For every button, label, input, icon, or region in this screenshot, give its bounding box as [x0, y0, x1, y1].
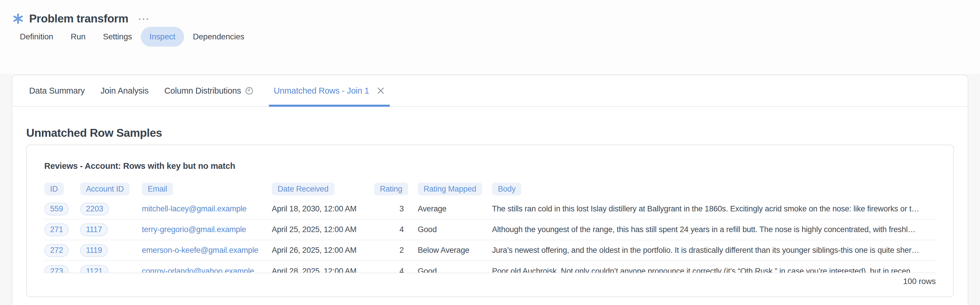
tab-run[interactable]: Run — [62, 27, 94, 47]
rating-mapped-cell: Good — [418, 225, 492, 234]
rating-cell: 4 — [374, 267, 418, 273]
email-link[interactable]: terry-gregorio@gmail.example — [142, 225, 246, 234]
section-title: Unmatched Row Samples — [26, 126, 954, 139]
subtab-label: Join Analysis — [100, 86, 149, 96]
app-header: Problem transform ⋯ Definition Run Setti… — [0, 0, 980, 74]
tab-dependencies[interactable]: Dependencies — [184, 27, 253, 47]
body-cell: The stills ran cold in this lost Islay d… — [492, 204, 936, 214]
inspect-subtabs: Data Summary Join Analysis Column Distri… — [12, 75, 968, 107]
table-row[interactable]: 271 1117 terry-gregorio@gmail.example Ap… — [44, 220, 936, 240]
id-pill[interactable]: 272 — [44, 244, 69, 257]
tab-definition[interactable]: Definition — [11, 27, 62, 47]
subtab-data-summary[interactable]: Data Summary — [29, 75, 85, 106]
column-header-rating-mapped[interactable]: Rating Mapped — [418, 182, 482, 195]
body-cell: Poor old Auchroisk. Not only couldn’t an… — [492, 267, 936, 273]
email-link[interactable]: conroy-orlando@yahoo.example — [142, 267, 254, 273]
rating-cell: 3 — [374, 204, 418, 214]
email-link[interactable]: emerson-o-keefe@gmail.example — [142, 246, 258, 255]
more-options-button[interactable]: ⋯ — [137, 16, 149, 22]
rating-cell: 2 — [374, 246, 418, 255]
page-title: Problem transform — [29, 12, 128, 25]
tab-inspect[interactable]: Inspect — [141, 27, 184, 47]
title-row: Problem transform ⋯ — [0, 0, 980, 26]
body-cell: Jura’s newest offering, and the oldest i… — [492, 246, 936, 255]
date-received-cell: April 18, 2030, 12:00 AM — [272, 204, 374, 214]
subtab-join-analysis[interactable]: Join Analysis — [100, 75, 149, 106]
column-header-id[interactable]: ID — [44, 182, 64, 195]
date-received-cell: April 25, 2025, 12:00 AM — [272, 225, 374, 234]
subtab-label: Column Distributions — [164, 86, 241, 96]
rating-mapped-cell: Average — [418, 204, 492, 214]
id-pill[interactable]: 559 — [44, 203, 69, 216]
table-row[interactable]: 559 2203 mitchell-lacey@gmail.example Ap… — [44, 199, 936, 220]
subtab-label: Unmatched Rows - Join 1 — [274, 86, 369, 96]
close-icon[interactable] — [377, 86, 385, 95]
column-header-account-id[interactable]: Account ID — [80, 182, 130, 195]
subtab-unmatched-rows-join-1[interactable]: Unmatched Rows - Join 1 — [269, 75, 390, 106]
column-header-rating[interactable]: Rating — [374, 182, 408, 195]
inspect-panel: Data Summary Join Analysis Column Distri… — [12, 75, 968, 305]
table-row[interactable]: 273 1121 conroy-orlando@yahoo.example Ap… — [44, 261, 936, 273]
transform-asterisk-icon — [13, 13, 23, 24]
rating-mapped-cell: Below Average — [418, 246, 492, 255]
card-title: Reviews - Account: Rows with key but no … — [44, 161, 936, 171]
table-header: ID Account ID Email Date Received Rating… — [44, 182, 936, 195]
page: Problem transform ⋯ Definition Run Setti… — [0, 0, 980, 305]
email-link[interactable]: mitchell-lacey@gmail.example — [142, 204, 247, 213]
id-pill[interactable]: 273 — [44, 265, 69, 273]
account-id-pill[interactable]: 1117 — [80, 224, 108, 236]
tab-settings[interactable]: Settings — [94, 27, 141, 47]
body-cell: Although the youngest of the range, this… — [492, 225, 936, 234]
row-count: 100 rows — [903, 277, 936, 286]
column-header-date-received[interactable]: Date Received — [272, 182, 334, 195]
rating-cell: 4 — [374, 225, 418, 234]
id-pill[interactable]: 271 — [44, 224, 69, 236]
column-header-body[interactable]: Body — [492, 182, 522, 195]
panel-body: Unmatched Row Samples Reviews - Account:… — [12, 126, 968, 297]
subtab-column-distributions[interactable]: Column Distributions — [164, 75, 253, 106]
account-id-pill[interactable]: 1121 — [80, 265, 108, 273]
unmatched-samples-card: Reviews - Account: Rows with key but no … — [26, 145, 954, 297]
column-header-email[interactable]: Email — [142, 182, 173, 195]
date-received-cell: April 28, 2025, 12:00 AM — [272, 267, 374, 273]
account-id-pill[interactable]: 1119 — [80, 244, 108, 257]
date-received-cell: April 26, 2025, 12:00 AM — [272, 246, 374, 255]
subtab-label: Data Summary — [29, 86, 85, 96]
rating-mapped-cell: Good — [418, 267, 492, 273]
clock-icon — [245, 87, 253, 95]
main-tabs: Definition Run Settings Inspect Dependen… — [11, 27, 980, 47]
table-body: 559 2203 mitchell-lacey@gmail.example Ap… — [44, 199, 936, 273]
account-id-pill[interactable]: 2203 — [80, 203, 109, 216]
table-footer: 100 rows — [44, 277, 936, 286]
table-row[interactable]: 272 1119 emerson-o-keefe@gmail.example A… — [44, 240, 936, 261]
